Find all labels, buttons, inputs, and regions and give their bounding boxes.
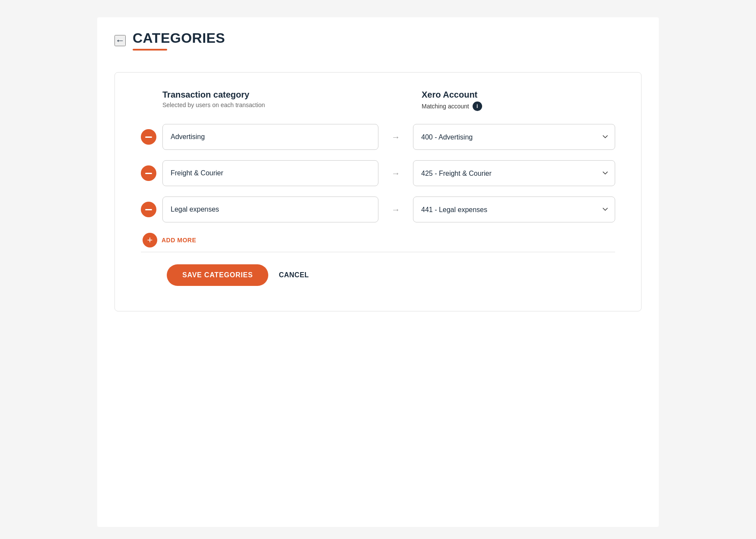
main-card: Transaction category Selected by users o… <box>114 72 642 311</box>
page-container: ← CATEGORIES Transaction category Select… <box>97 17 659 527</box>
title-block: CATEGORIES <box>133 30 225 51</box>
page-title: CATEGORIES <box>133 30 225 46</box>
remove-button-3[interactable] <box>141 202 156 217</box>
cancel-button[interactable]: CANCEL <box>279 271 309 279</box>
add-more-button[interactable] <box>143 233 157 247</box>
arrow-icon-2: → <box>378 168 413 178</box>
category-input-2[interactable] <box>162 160 378 186</box>
xero-select-1[interactable]: 400 - Advertising 425 - Freight & Courie… <box>413 124 615 150</box>
arrow-icon-3: → <box>378 205 413 215</box>
xero-select-3[interactable]: 400 - Advertising 425 - Freight & Courie… <box>413 197 615 222</box>
title-underline <box>133 49 167 51</box>
back-button[interactable]: ← <box>114 35 126 46</box>
category-row: → 400 - Advertising 425 - Freight & Cour… <box>141 160 615 186</box>
category-row: → 400 - Advertising 425 - Freight & Cour… <box>141 197 615 222</box>
category-input-3[interactable] <box>162 197 378 222</box>
remove-button-2[interactable] <box>141 165 156 181</box>
transaction-col-header: Transaction category Selected by users o… <box>162 90 387 108</box>
add-more-label[interactable]: ADD MORE <box>162 237 196 244</box>
card-footer: SAVE CATEGORIES CANCEL <box>141 252 615 298</box>
remove-button-1[interactable] <box>141 129 156 145</box>
transaction-col-title: Transaction category <box>162 90 387 100</box>
arrow-icon-1: → <box>378 132 413 142</box>
xero-select-2[interactable]: 400 - Advertising 425 - Freight & Courie… <box>413 160 615 186</box>
add-more-row: ADD MORE <box>143 233 615 247</box>
category-input-1[interactable] <box>162 124 378 150</box>
page-header: ← CATEGORIES <box>97 17 659 59</box>
category-row: → 400 - Advertising 425 - Freight & Cour… <box>141 124 615 150</box>
xero-col-subtitle: Matching account i <box>422 101 615 111</box>
xero-col-title: Xero Account <box>422 90 615 100</box>
info-icon[interactable]: i <box>473 101 482 111</box>
xero-col-header: Xero Account Matching account i <box>422 90 615 111</box>
save-categories-button[interactable]: SAVE CATEGORIES <box>167 264 268 286</box>
columns-header: Transaction category Selected by users o… <box>141 90 615 111</box>
transaction-col-subtitle: Selected by users on each transaction <box>162 101 387 108</box>
